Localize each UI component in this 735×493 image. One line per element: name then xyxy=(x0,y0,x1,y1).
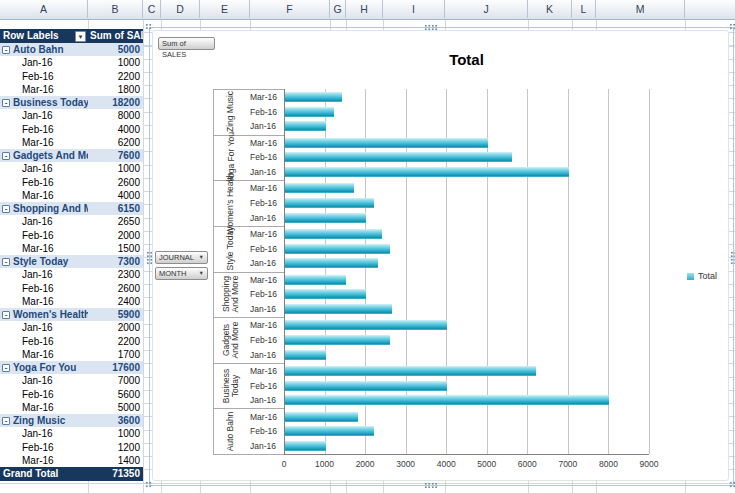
pivot-label-cell[interactable]: -Yoga For You xyxy=(0,361,88,374)
handle-bottom-left[interactable] xyxy=(145,481,153,489)
pivot-value-cell[interactable]: 7600 xyxy=(88,149,143,162)
bar-shopping-and-more-feb-16[interactable] xyxy=(285,289,366,299)
month-field-button[interactable]: MONTH▼ xyxy=(155,267,208,280)
pivot-value-cell[interactable]: 4000 xyxy=(88,189,143,202)
pivot-label-cell[interactable]: Grand Total xyxy=(0,467,88,481)
pivot-value-cell[interactable]: 3600 xyxy=(88,414,143,427)
handle-top-center[interactable] xyxy=(424,24,438,30)
pivot-value-cell[interactable]: 17600 xyxy=(88,361,143,374)
bar-auto-bahn-feb-16[interactable] xyxy=(285,426,374,436)
journal-field-button[interactable]: JOURNAL▼ xyxy=(155,251,208,264)
pivot-label-cell[interactable]: -Auto Bahn xyxy=(0,43,88,56)
bar-gadgets-and-more-jan-16[interactable] xyxy=(285,350,326,360)
bar-gadgets-and-more-mar-16[interactable] xyxy=(285,320,447,330)
column-header-J[interactable]: J xyxy=(445,0,528,18)
pivot-row[interactable]: -Yoga For You17600 xyxy=(0,361,143,374)
pivot-row[interactable]: Feb-162600 xyxy=(0,282,143,295)
pivot-value-cell[interactable]: 1500 xyxy=(88,242,143,255)
chart-legend[interactable]: Total xyxy=(687,271,717,281)
bar-auto-bahn-jan-16[interactable] xyxy=(285,441,326,451)
pivot-label-cell[interactable]: -Zing Music xyxy=(0,414,88,427)
pivot-row[interactable]: Mar-164000 xyxy=(0,189,143,202)
collapse-button[interactable]: - xyxy=(2,46,10,54)
value-field-button[interactable]: Sum of SALES xyxy=(158,37,215,50)
bar-style-today-feb-16[interactable] xyxy=(285,244,390,254)
pivot-label-cell[interactable]: Jan-16 xyxy=(0,268,88,281)
pivot-label-cell[interactable]: Feb-16 xyxy=(0,282,88,295)
pivot-value-cell[interactable]: 5000 xyxy=(88,401,143,414)
bar-zing-music-jan-16[interactable] xyxy=(285,121,326,131)
pivot-label-cell[interactable]: Jan-16 xyxy=(0,109,88,122)
pivot-label-cell[interactable]: Mar-16 xyxy=(0,136,88,149)
pivot-row[interactable]: -Women's Health5900 xyxy=(0,308,143,321)
pivot-row[interactable]: Jan-162300 xyxy=(0,268,143,281)
pivot-label-cell[interactable]: Jan-16 xyxy=(0,374,88,387)
pivot-label-cell[interactable]: Mar-16 xyxy=(0,189,88,202)
pivot-value-cell[interactable]: 2400 xyxy=(88,295,143,308)
pivot-label-cell[interactable]: Feb-16 xyxy=(0,229,88,242)
pivot-label-cell[interactable]: Jan-16 xyxy=(0,427,88,440)
pivot-value-cell[interactable]: 5900 xyxy=(88,308,143,321)
column-header-G[interactable]: G xyxy=(330,0,346,18)
pivot-row[interactable]: Mar-161400 xyxy=(0,454,143,467)
pivot-values-header[interactable]: Sum of SALES xyxy=(88,29,143,43)
pivot-value-cell[interactable]: 6150 xyxy=(88,202,143,215)
pivot-value-cell[interactable]: 2600 xyxy=(88,282,143,295)
pivot-row[interactable]: Feb-162200 xyxy=(0,70,143,83)
pivot-label-cell[interactable]: Feb-16 xyxy=(0,176,88,189)
pivot-label-cell[interactable]: Mar-16 xyxy=(0,348,88,361)
bar-auto-bahn-mar-16[interactable] xyxy=(285,412,358,422)
pivot-label-cell[interactable]: Jan-16 xyxy=(0,56,88,69)
bar-zing-music-feb-16[interactable] xyxy=(285,107,334,117)
collapse-button[interactable]: - xyxy=(2,205,10,213)
pivot-value-cell[interactable]: 1800 xyxy=(88,83,143,96)
handle-bottom-center[interactable] xyxy=(424,482,438,488)
column-header-D[interactable]: D xyxy=(161,0,200,18)
pivot-label-cell[interactable]: -Gadgets And More xyxy=(0,149,88,162)
pivot-value-cell[interactable]: 6200 xyxy=(88,136,143,149)
bar-yoga-for-you-feb-16[interactable] xyxy=(285,152,512,162)
handle-top-left[interactable] xyxy=(145,23,153,31)
collapse-button[interactable]: - xyxy=(2,311,10,319)
pivot-value-cell[interactable]: 71350 xyxy=(88,467,143,481)
pivot-label-cell[interactable]: Mar-16 xyxy=(0,295,88,308)
column-header-blank[interactable] xyxy=(685,0,735,18)
pivot-label-cell[interactable]: Jan-16 xyxy=(0,215,88,228)
pivot-row[interactable]: Feb-161200 xyxy=(0,441,143,454)
bar-yoga-for-you-mar-16[interactable] xyxy=(285,138,488,148)
handle-top-right[interactable] xyxy=(729,23,735,31)
handle-mid-left[interactable] xyxy=(146,251,152,265)
bar-yoga-for-you-jan-16[interactable] xyxy=(285,167,569,177)
pivot-row[interactable]: Jan-161000 xyxy=(0,56,143,69)
pivot-row[interactable]: Mar-161700 xyxy=(0,348,143,361)
pivot-value-cell[interactable]: 7300 xyxy=(88,255,143,268)
handle-mid-right[interactable] xyxy=(730,251,735,265)
pivot-value-cell[interactable]: 5600 xyxy=(88,388,143,401)
chart-title[interactable]: Total xyxy=(284,51,649,68)
pivot-label-cell[interactable]: Feb-16 xyxy=(0,441,88,454)
pivot-label-cell[interactable]: Mar-16 xyxy=(0,242,88,255)
column-header-I[interactable]: I xyxy=(383,0,445,18)
pivot-label-cell[interactable]: -Style Today xyxy=(0,255,88,268)
bar-style-today-jan-16[interactable] xyxy=(285,258,378,268)
pivot-value-cell[interactable]: 2300 xyxy=(88,268,143,281)
pivot-row[interactable]: -Auto Bahn5000 xyxy=(0,43,143,56)
pivot-value-cell[interactable]: 2000 xyxy=(88,229,143,242)
pivot-label-cell[interactable]: -Shopping And More xyxy=(0,202,88,215)
bar-style-today-mar-16[interactable] xyxy=(285,229,382,239)
pivot-value-cell[interactable]: 4000 xyxy=(88,123,143,136)
column-header-E[interactable]: E xyxy=(200,0,250,18)
column-header-M[interactable]: M xyxy=(596,0,685,18)
column-header-A[interactable]: A xyxy=(0,0,88,18)
pivot-value-cell[interactable]: 1700 xyxy=(88,348,143,361)
filter-dropdown-icon[interactable]: ▼ xyxy=(75,31,86,42)
pivot-row-labels-header[interactable]: Row Labels ▼ xyxy=(0,29,88,43)
collapse-button[interactable]: - xyxy=(2,417,10,425)
bar-business-today-jan-16[interactable] xyxy=(285,395,609,405)
pivot-row[interactable]: Jan-161000 xyxy=(0,162,143,175)
column-header-H[interactable]: H xyxy=(346,0,383,18)
pivot-row[interactable]: Mar-161500 xyxy=(0,242,143,255)
pivot-label-cell[interactable]: Feb-16 xyxy=(0,123,88,136)
pivot-label-cell[interactable]: Mar-16 xyxy=(0,401,88,414)
pivot-row[interactable]: -Business Today18200 xyxy=(0,96,143,109)
